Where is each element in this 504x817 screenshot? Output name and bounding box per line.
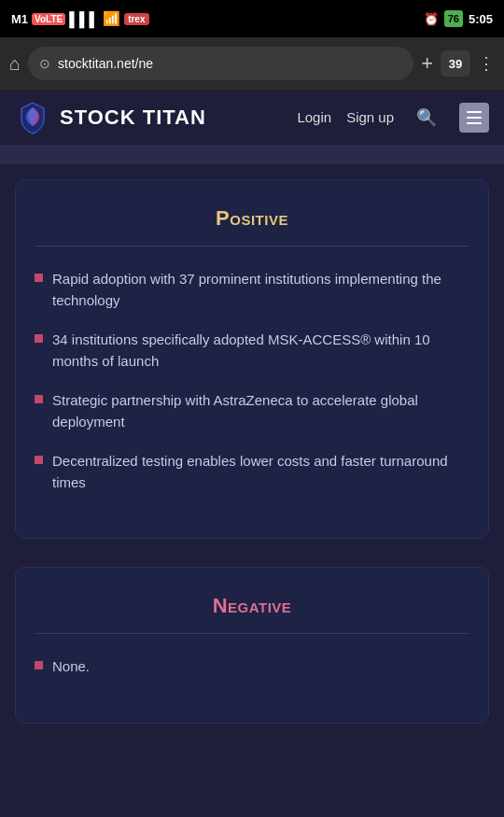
bullet-text: Decentralized testing enables lower cost… (52, 451, 469, 493)
top-spacer (0, 146, 504, 164)
carrier-label: M1 (11, 12, 28, 26)
url-display: stocktitan.net/ne (58, 56, 153, 71)
list-item: Strategic partnership with AstraZeneca t… (35, 390, 469, 432)
time-display: 5:05 (469, 12, 493, 26)
hamburger-line-2 (467, 117, 482, 119)
hamburger-menu-button[interactable] (459, 103, 489, 133)
trex-badge: trex (124, 13, 148, 25)
bullet-square-icon (35, 334, 43, 343)
bullet-text: Strategic partnership with AstraZeneca t… (52, 390, 469, 432)
negative-divider (35, 633, 469, 634)
negative-bullet-list: None. (35, 656, 469, 678)
add-tab-icon: + (421, 51, 433, 76)
new-tab-button[interactable]: + (421, 51, 433, 76)
more-icon: ⋮ (478, 53, 495, 74)
browser-more-button[interactable]: ⋮ (478, 53, 495, 74)
bullet-text: Rapid adoption with 37 prominent institu… (52, 269, 469, 311)
positive-card: Positive Rapid adoption with 37 prominen… (15, 179, 489, 539)
hamburger-line-3 (467, 122, 482, 124)
bullet-text: 34 institutions specifically adopted MSK… (52, 330, 469, 372)
wifi-icon: 📶 (103, 10, 120, 27)
volte-badge: VoLTE (32, 13, 65, 25)
browser-bar: ⌂ ⊙ stocktitan.net/ne + 39 ⋮ (0, 37, 504, 90)
status-bar: M1 VoLTE ▌▌▌ 📶 trex ⏰ 76 5:05 (0, 0, 504, 37)
list-item: Rapid adoption with 37 prominent institu… (35, 269, 469, 311)
nav-links: Login Sign up 🔍 (297, 103, 489, 133)
tabs-count-badge[interactable]: 39 (441, 50, 470, 77)
list-item: 34 institutions specifically adopted MSK… (35, 330, 469, 372)
bullet-text: None. (52, 656, 90, 678)
bullet-square-icon (35, 274, 43, 282)
bullet-square-icon (35, 661, 43, 669)
bullet-square-icon (35, 456, 43, 464)
signup-link[interactable]: Sign up (346, 109, 394, 125)
browser-home-button[interactable]: ⌂ (9, 53, 21, 75)
hamburger-line-1 (467, 111, 482, 113)
negative-card: Negative None. (15, 567, 489, 724)
positive-section-title: Positive (35, 206, 469, 231)
battery-indicator: 76 (444, 10, 463, 27)
nav-logo[interactable]: STOCK TITAN (15, 100, 297, 135)
signal-icon: ▌▌▌ (69, 11, 99, 27)
login-link[interactable]: Login (297, 109, 331, 125)
search-icon[interactable]: 🔍 (416, 107, 437, 128)
bullet-square-icon (35, 395, 43, 403)
positive-bullet-list: Rapid adoption with 37 prominent institu… (35, 269, 469, 493)
status-right: ⏰ 76 5:05 (424, 10, 493, 27)
brand-name: STOCK TITAN (60, 106, 206, 130)
list-item: Decentralized testing enables lower cost… (35, 451, 469, 493)
status-left: M1 VoLTE ▌▌▌ 📶 trex (11, 10, 149, 27)
alarm-icon: ⏰ (424, 12, 439, 26)
nav-bar: STOCK TITAN Login Sign up 🔍 (0, 90, 504, 146)
brand-logo-icon (15, 100, 50, 135)
browser-url-bar[interactable]: ⊙ stocktitan.net/ne (28, 47, 413, 80)
list-item: None. (35, 656, 469, 678)
positive-divider (35, 246, 469, 247)
negative-section-title: Negative (35, 594, 469, 618)
page-content: Positive Rapid adoption with 37 prominen… (0, 146, 504, 817)
url-security-icon: ⊙ (39, 56, 50, 71)
home-icon: ⌂ (9, 53, 21, 75)
